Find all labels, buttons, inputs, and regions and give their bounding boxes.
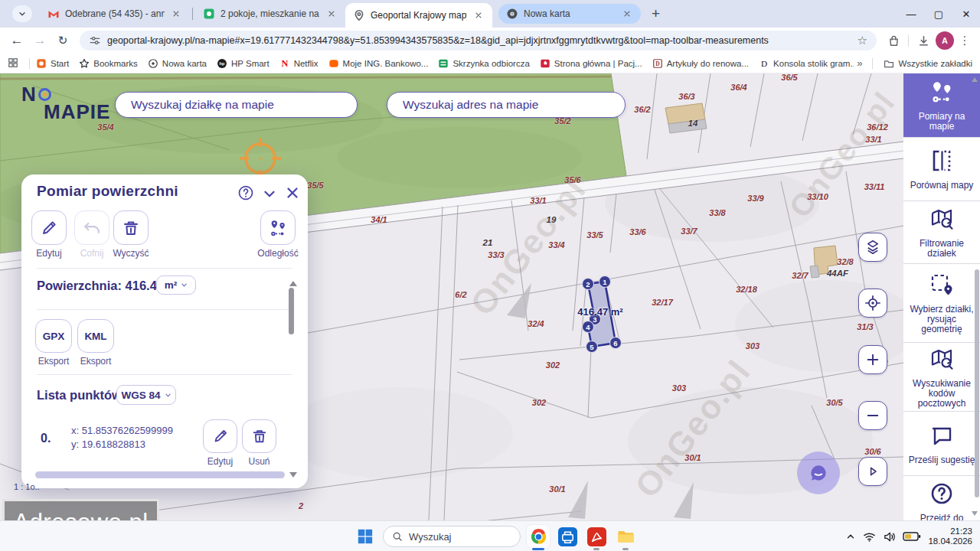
back-icon[interactable]: ← xyxy=(6,33,28,48)
clock[interactable]: 21:23 18.04.2026 xyxy=(928,527,972,547)
collapse-panel-icon[interactable] xyxy=(261,185,278,202)
close-window-icon[interactable]: ✕ xyxy=(952,0,980,28)
tab-close-icon[interactable] xyxy=(472,9,485,21)
url-bar[interactable]: geoportal-krajowy.pl/na-mapie#x=19.61777… xyxy=(80,31,877,51)
apps-grid-icon[interactable] xyxy=(8,57,18,70)
edytuj-button[interactable] xyxy=(31,210,67,245)
bookmark-label: Artykuły do renowa... xyxy=(667,59,749,68)
sidebar-scroll-up-icon[interactable] xyxy=(972,77,978,82)
bookmark-item[interactable]: Strona główna | Pacj... xyxy=(540,58,642,69)
menu-dots-icon[interactable]: ⋮ xyxy=(956,34,974,47)
sidebar-item-prze-lij-sugesti[interactable]: Prześlij sugestię xyxy=(903,412,980,476)
chrome-taskbar-icon[interactable] xyxy=(527,525,550,548)
map-scale-label: 1 : 1o.. xyxy=(14,482,40,491)
browser-tab[interactable]: Nowa karta xyxy=(498,4,641,24)
point-usuń-button[interactable] xyxy=(242,419,276,453)
sidebar-item-wybierz-dzia-ki-rysuj-c-geometri[interactable]: Wybierz działki, rysując geometrię xyxy=(903,264,980,343)
forward-icon[interactable]: → xyxy=(29,33,51,48)
parcel-search-input[interactable]: Wyszukaj działkę na mapie xyxy=(115,92,358,118)
address-search-input[interactable]: Wyszukaj adres na mapie xyxy=(387,92,626,118)
help-icon[interactable] xyxy=(237,184,254,201)
tool-label: Odległość xyxy=(257,248,298,259)
date-label: 18.04.2026 xyxy=(928,536,972,547)
bookmarks-bar: StartBookmarksNowa kartahpHP SmartNNetfl… xyxy=(0,54,980,73)
horizontal-scrollbar[interactable] xyxy=(35,471,285,478)
tab-search-button[interactable] xyxy=(12,5,32,22)
tray-expand-icon[interactable] xyxy=(845,531,856,542)
maximize-icon[interactable]: ▢ xyxy=(925,0,952,28)
speaker-icon[interactable] xyxy=(883,530,896,543)
taskbar-search-input[interactable]: Wyszukaj xyxy=(383,526,521,547)
locate-button[interactable] xyxy=(858,289,887,318)
bookmark-item[interactable]: DArtykuły do renowa... xyxy=(652,58,749,69)
tool-odległość: Odległość xyxy=(260,210,296,259)
download-icon[interactable] xyxy=(913,34,934,47)
crs-dropdown[interactable]: WGS 84 xyxy=(116,385,176,405)
browser-tab[interactable]: 2 pokoje, mieszkanie na sprzed xyxy=(195,0,345,28)
export-gpx: GPXEksport xyxy=(35,319,72,367)
vertical-scrollbar[interactable] xyxy=(289,288,294,334)
url-text[interactable]: geoportal-krajowy.pl/na-mapie#x=19.61777… xyxy=(107,35,851,46)
bookmark-star-icon[interactable]: ☆ xyxy=(858,34,867,47)
tool-label: Wyczyść xyxy=(113,248,149,259)
zoom-out-button[interactable] xyxy=(858,401,887,430)
wyczyść-button[interactable] xyxy=(113,210,149,245)
tab-close-icon[interactable] xyxy=(325,8,338,20)
green-mail-icon xyxy=(438,58,449,69)
route-icon xyxy=(929,79,955,108)
expand-button[interactable] xyxy=(858,457,887,486)
wifi-icon[interactable] xyxy=(863,530,876,543)
bookmark-item[interactable]: Start xyxy=(36,58,69,69)
cofnij-button[interactable] xyxy=(74,210,109,245)
point-edytuj-button[interactable] xyxy=(203,419,237,453)
export-gpx-button[interactable]: GPX xyxy=(35,319,72,353)
zoom-in-button[interactable] xyxy=(858,345,887,374)
sidebar-item-por-wnaj-mapy[interactable]: Porównaj mapy xyxy=(903,138,980,201)
reload-icon[interactable]: ↻ xyxy=(52,34,74,47)
sidebar-scrollbar[interactable] xyxy=(975,269,979,497)
map-pin-icon xyxy=(353,9,365,21)
point-x: x: 51.85376262599999 xyxy=(71,425,173,436)
bookmark-item[interactable]: DKonsola stolik gram... xyxy=(759,58,854,69)
bookmark-item[interactable]: Nowa karta xyxy=(148,58,207,69)
odległość-button[interactable] xyxy=(260,210,296,245)
browser-tab[interactable]: Geoportal Krajowy mapy i infor xyxy=(345,3,492,28)
site-settings-icon[interactable] xyxy=(89,34,101,47)
scroll-down-icon[interactable] xyxy=(289,472,297,478)
close-panel-icon[interactable] xyxy=(284,184,301,201)
tab-title: Geoportal Krajowy mapy i infor xyxy=(371,10,467,21)
hp-smart-taskbar-icon[interactable] xyxy=(556,525,579,548)
chat-widget-button[interactable] xyxy=(797,452,840,494)
bookmark-item[interactable]: Skrzynka odbiorcza xyxy=(438,58,529,69)
file-explorer-taskbar-icon[interactable] xyxy=(614,525,637,548)
layers-button[interactable] xyxy=(858,233,887,262)
scroll-up-icon[interactable] xyxy=(289,281,297,286)
start-button[interactable] xyxy=(354,525,377,548)
all-bookmarks-button[interactable]: Wszystkie zakładki xyxy=(884,58,973,69)
browser-tab[interactable]: Odebrane (54 435) - anna.klino xyxy=(40,0,190,28)
sidebar-scroll-down-icon[interactable] xyxy=(972,511,978,516)
sidebar-item-przejd-do[interactable]: Przejdź do xyxy=(903,476,980,520)
minimize-icon[interactable]: — xyxy=(897,0,925,28)
bookmark-item[interactable]: Bookmarks xyxy=(79,58,138,69)
acrobat-taskbar-icon[interactable] xyxy=(585,525,608,548)
tab-close-icon[interactable] xyxy=(621,8,633,20)
extension-icon[interactable] xyxy=(883,34,904,47)
tab-close-icon[interactable] xyxy=(170,8,182,20)
profile-avatar[interactable]: A xyxy=(936,31,954,50)
bookmarks-overflow-button[interactable]: » xyxy=(854,57,865,69)
new-tab-button[interactable]: + xyxy=(652,5,660,22)
sidebar-item-pomiary-na-mapie[interactable]: Pomiary na mapie xyxy=(903,73,980,138)
screen: Odebrane (54 435) - anna.klino2 pokoje, … xyxy=(0,0,980,551)
bookmark-item[interactable]: NNetflix xyxy=(279,58,318,69)
bookmark-item[interactable]: Moje ING. Bankowo... xyxy=(328,58,429,69)
bookmark-item[interactable]: hpHP Smart xyxy=(217,58,270,69)
unit-dropdown[interactable]: m² xyxy=(156,276,196,295)
sidebar-item-wyszukiwanie-kod-w-pocztowych[interactable]: Wyszukiwanie kodów pocztowych xyxy=(903,343,980,412)
sidebar-item-filtrowanie-dzia-ek[interactable]: Filtrowanie działek xyxy=(903,201,980,264)
point-action-edytuj: Edytuj xyxy=(203,419,237,467)
sidebar-item-label: Prześlij sugestię xyxy=(909,455,975,465)
battery-icon[interactable] xyxy=(903,531,921,542)
export-kml-button[interactable]: KML xyxy=(77,319,114,353)
sidebar-item-label: Porównaj mapy xyxy=(910,181,974,191)
